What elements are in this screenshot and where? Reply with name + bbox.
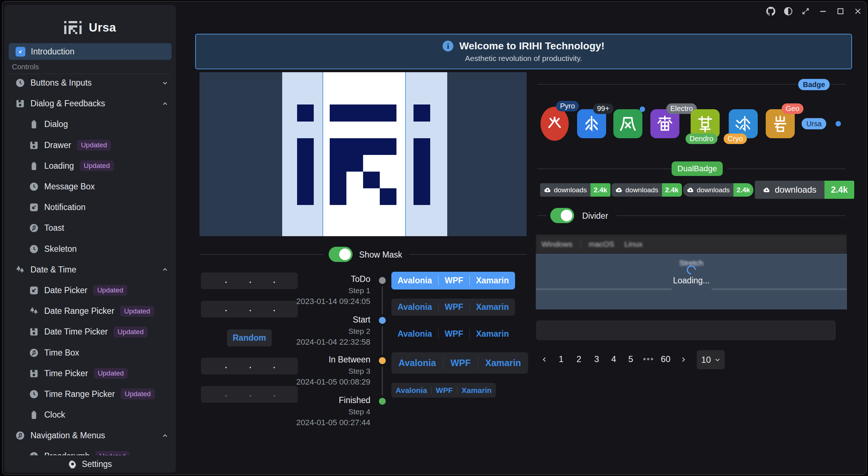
loading-tabs: Windows macOS Linux xyxy=(536,234,847,254)
dualbadge-divider-label: DualBadge xyxy=(672,161,723,176)
maximize-icon[interactable] xyxy=(835,6,846,17)
banner-subtitle: Aesthetic revolution of productivity. xyxy=(465,54,582,63)
sidebar-item-time-picker[interactable]: Time PickerUpdated xyxy=(4,363,176,384)
divider-line xyxy=(537,169,672,169)
divider-line xyxy=(537,84,797,85)
element-icon-geo: Geo xyxy=(766,109,795,138)
selection-group-solid[interactable]: AvaloniaWPFXamarin xyxy=(391,272,515,290)
fullscreen-icon[interactable] xyxy=(800,6,811,17)
arrow-square-icon xyxy=(29,286,39,295)
note-icon xyxy=(15,431,25,440)
timeline-date: 2024-01-05 00:08:29 xyxy=(289,377,370,387)
close-icon[interactable] xyxy=(852,6,863,17)
ip-input[interactable] xyxy=(201,301,298,317)
updated-badge: Updated xyxy=(121,389,155,399)
sidebar-settings[interactable]: Settings xyxy=(4,455,176,473)
masked-divider xyxy=(712,289,847,290)
welcome-banner: i Welcome to IRIHI Technology! Aesthetic… xyxy=(195,34,852,69)
sidebar-item-breadcrumb[interactable]: BreadcrumbUpdated xyxy=(4,446,176,455)
timeline-step: Step 1 xyxy=(289,286,370,295)
timeline-title: In Between xyxy=(289,355,370,365)
info-icon: i xyxy=(443,41,453,52)
pagination-next[interactable] xyxy=(680,355,687,365)
selection-group-borderless[interactable]: AvaloniaWPFXamarin xyxy=(391,325,515,342)
chevron-down-icon xyxy=(162,80,168,86)
ip-input[interactable] xyxy=(201,358,298,374)
chevron-up-icon xyxy=(162,266,168,273)
pagination-prev[interactable] xyxy=(541,355,548,365)
pagination-ellipsis[interactable]: ••• xyxy=(643,354,654,364)
ip-input-disabled xyxy=(201,386,298,403)
sidebar-item-toast[interactable]: Toast xyxy=(4,218,176,238)
corner-badge: Pyro xyxy=(556,101,579,111)
sidebar-item-notification[interactable]: Notification xyxy=(4,197,176,218)
timeline-date: 2023-01-14 09:24:05 xyxy=(289,297,370,306)
chevron-up-icon xyxy=(162,100,168,107)
clock-icon xyxy=(29,244,39,254)
selection-group-large[interactable]: AvaloniaWPFXamarin xyxy=(391,352,528,374)
sidebar-item-navigation-menus[interactable]: Navigation & Menus xyxy=(4,425,176,446)
sidebar-item-time-box[interactable]: Time Box xyxy=(4,342,176,363)
random-button[interactable]: Random xyxy=(227,329,272,346)
disk-icon xyxy=(15,99,25,108)
page-size-select[interactable]: 10 xyxy=(697,350,725,369)
sidebar-item-date-time[interactable]: Date & Time xyxy=(4,259,176,280)
show-mask-toggle[interactable] xyxy=(329,247,353,262)
trees-icon xyxy=(29,306,39,316)
updated-badge: Updated xyxy=(80,160,114,171)
app-title: Ursa xyxy=(89,21,116,34)
disk-icon xyxy=(29,369,39,378)
pagination-page[interactable]: 1 xyxy=(559,354,563,364)
ip-input[interactable] xyxy=(201,272,298,289)
ursa-badge: Ursa xyxy=(802,118,826,130)
timeline-date: 2024-01-05 00:27:44 xyxy=(289,418,370,427)
sidebar-item-dialog-feedbacks[interactable]: Dialog & Feedbacks xyxy=(4,93,176,114)
divider-toggle[interactable] xyxy=(550,208,574,223)
clock-icon xyxy=(15,78,25,88)
timeline-dot xyxy=(379,317,386,324)
sidebar-item-clock[interactable]: Clock xyxy=(4,405,176,425)
sidebar-item-date-time-picker[interactable]: Date Time PickerUpdated xyxy=(4,321,176,342)
disk-icon xyxy=(29,327,39,337)
corner-badge: Dendro xyxy=(686,134,717,144)
sidebar-item-drawer[interactable]: DrawerUpdated xyxy=(4,135,176,156)
pagination-page[interactable]: 2 xyxy=(576,354,581,364)
timeline-connector xyxy=(382,286,383,315)
timeline-step: Step 2 xyxy=(289,327,370,336)
text-input[interactable] xyxy=(536,320,836,340)
irihi-logo-image xyxy=(199,72,527,236)
sidebar-section-label: Controls xyxy=(12,63,39,71)
pagination-page[interactable]: 4 xyxy=(611,354,616,364)
timeline-title: Start xyxy=(289,315,370,325)
github-icon[interactable] xyxy=(765,6,776,17)
timeline-title: ToDo xyxy=(289,274,370,284)
selection-group-small[interactable]: AvaloniaWPFXamarin xyxy=(391,383,496,398)
corner-badge: Geo xyxy=(782,103,803,114)
minimize-icon[interactable] xyxy=(818,6,828,17)
theme-toggle-icon[interactable] xyxy=(783,6,794,17)
sidebar-item-dialog[interactable]: Dialog xyxy=(4,114,176,135)
selection-group-dark[interactable]: AvaloniaWPFXamarin xyxy=(391,299,515,316)
timeline-date: 2024-01-04 22:32:58 xyxy=(289,337,370,347)
show-mask-label: Show Mask xyxy=(359,250,402,260)
battery-icon xyxy=(29,119,39,129)
sidebar-item-time-range-picker[interactable]: Time Range PickerUpdated xyxy=(4,384,176,405)
timeline-step: Step 3 xyxy=(289,367,370,376)
dual-badge-downloads: downloads2.4k xyxy=(683,183,753,197)
sidebar-item-date-range-picker[interactable]: Date Range PickerUpdated xyxy=(4,301,176,321)
note-icon xyxy=(29,223,39,233)
element-icon-cryo: Cryo xyxy=(729,109,758,138)
banner-title: Welcome to IRIHI Technology! xyxy=(459,40,604,52)
sidebar-item-date-picker[interactable]: Date PickerUpdated xyxy=(4,280,176,301)
sidebar-item-loading[interactable]: LoadingUpdated xyxy=(4,156,176,176)
sidebar-item-message-box[interactable]: Message Box xyxy=(4,176,176,197)
sidebar-item-buttons-inputs[interactable]: Buttons & Inputs xyxy=(4,73,176,93)
sidebar-item-introduction[interactable]: Introduction xyxy=(9,43,172,60)
timeline-dot xyxy=(379,398,386,405)
dual-badge-downloads: downloads2.4k xyxy=(540,183,610,197)
loading-text: Loading... xyxy=(536,276,847,286)
pagination-page[interactable]: 5 xyxy=(628,354,633,364)
pagination-page[interactable]: 3 xyxy=(594,354,599,364)
sidebar-item-skeleton[interactable]: Skeleton xyxy=(4,239,176,259)
pagination-page-last[interactable]: 60 xyxy=(661,354,671,364)
